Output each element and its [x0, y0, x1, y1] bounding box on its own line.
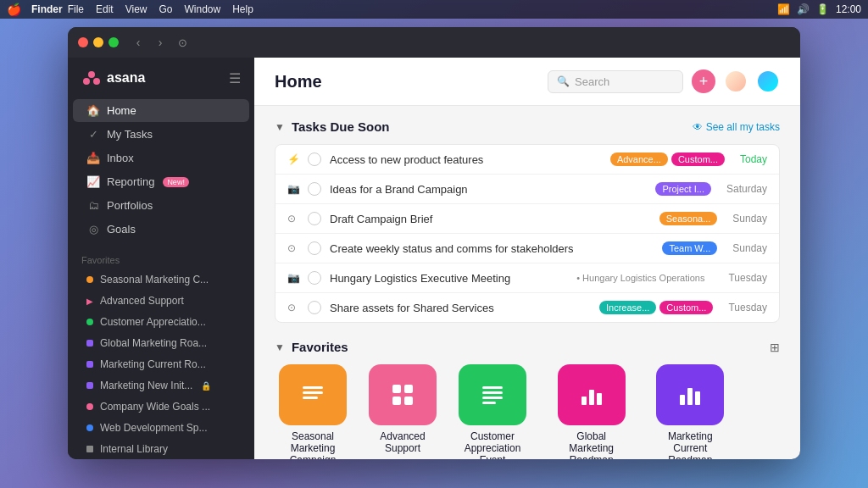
svg-rect-16 — [597, 393, 602, 405]
sidebar-nav: 🏠 Home ✓ My Tasks 📥 Inbox 📈 Reporting Ne… — [68, 95, 254, 245]
nav-arrows: ‹ › — [129, 33, 170, 52]
task-date: Tuesday — [728, 272, 767, 284]
fav-card-customer[interactable]: Customer Appreciation Event Sales — [454, 364, 531, 459]
mkt-new-icon — [86, 382, 93, 389]
asana-logo-text: asana — [107, 70, 145, 86]
fav-mkt-new[interactable]: Marketing New Init... 🔒 — [73, 375, 249, 396]
grid-view-icon[interactable]: ⊞ — [770, 341, 780, 354]
fav-card-advanced-icon — [369, 364, 437, 425]
fav-webdev[interactable]: Web Development Sp... — [73, 418, 249, 438]
sidebar-item-home-label: Home — [107, 104, 136, 117]
task-checkbox[interactable] — [308, 271, 321, 285]
tasks-toggle[interactable]: ▼ — [275, 121, 285, 133]
task-date: Sunday — [732, 242, 767, 254]
apple-menu[interactable]: 🍎 — [7, 3, 21, 16]
fav-card-advanced-support[interactable]: Advanced Support Sales — [364, 364, 441, 459]
tag: Advance... — [610, 152, 668, 166]
task-name: Create weekly status and comms for stake… — [330, 242, 654, 255]
fav-company[interactable]: Company Wide Goals ... — [73, 396, 249, 417]
forward-arrow[interactable]: › — [151, 33, 170, 52]
task-type-icon: 📷 — [287, 183, 299, 195]
task-type-icon: ⊙ — [287, 242, 299, 254]
fav-customer[interactable]: Customer Appreciatio... — [73, 312, 249, 332]
task-type-icon: ⚡ — [287, 153, 299, 165]
task-checkbox[interactable] — [308, 182, 321, 196]
task-checkbox[interactable] — [308, 301, 321, 314]
fav-toggle[interactable]: ▼ — [275, 341, 285, 353]
sidebar-item-goals-label: Goals — [107, 223, 136, 236]
svg-rect-10 — [482, 386, 503, 389]
content-body: ▼ Tasks Due Soon 👁 See all my tasks ⚡ A — [254, 106, 800, 459]
bar-chart-icon — [576, 380, 607, 410]
sidebar-item-inbox[interactable]: 📥 Inbox — [73, 147, 249, 169]
task-sub: • Hungary Logistics Operations — [576, 273, 704, 283]
sidebar-item-my-tasks-label: My Tasks — [107, 128, 153, 141]
tag: Project I... — [655, 182, 711, 196]
close-button[interactable] — [78, 37, 88, 47]
task-date: Tuesday — [728, 302, 767, 313]
portfolios-icon: 🗂 — [86, 199, 100, 212]
task-checkbox[interactable] — [308, 152, 321, 166]
fav-seasonal-label: Seasonal Marketing C... — [100, 274, 209, 286]
tasks-section: ▼ Tasks Due Soon 👁 See all my tasks ⚡ A — [275, 119, 780, 323]
svg-rect-3 — [303, 386, 323, 389]
task-name: Draft Campaign Brief — [330, 213, 651, 225]
reporting-badge: New! — [163, 177, 189, 187]
task-checkbox[interactable] — [308, 241, 321, 255]
search-icon: 🔍 — [557, 75, 570, 87]
fav-internal-library[interactable]: Internal Library — [73, 439, 249, 459]
fav-card-global-name: Global Marketing Roadmap — [554, 430, 630, 459]
fav-card-advanced-name: Advanced Support — [364, 430, 441, 454]
svg-rect-15 — [589, 390, 594, 405]
add-button[interactable]: + — [692, 69, 715, 93]
task-row: 📷 Hungary Logistics Executive Meeting • … — [275, 263, 779, 293]
app-name: Finder — [31, 3, 63, 15]
task-checkbox[interactable] — [308, 212, 321, 225]
see-all-tasks[interactable]: 👁 See all my tasks — [693, 121, 780, 133]
sidebar-item-my-tasks[interactable]: ✓ My Tasks — [73, 123, 249, 146]
svg-point-0 — [88, 71, 95, 78]
search-box[interactable]: 🔍 Search — [548, 70, 683, 93]
tag: Increase... — [599, 301, 656, 314]
sidebar-item-reporting-label: Reporting — [107, 175, 154, 188]
maximize-button[interactable] — [108, 37, 119, 47]
tasks-table: ⚡ Access to new product features Advance… — [275, 144, 780, 323]
sidebar-item-reporting[interactable]: 📈 Reporting New! — [73, 170, 249, 193]
menubar-right: 📶 🔊 🔋 12:00 — [777, 3, 861, 15]
sidebar-item-home[interactable]: 🏠 Home — [73, 99, 249, 122]
sidebar-header: asana ☰ — [68, 58, 254, 95]
mac-menubar: 🍎 Finder File Edit View Go Window Help 📶… — [0, 0, 868, 19]
bar-chart-2-icon — [675, 380, 705, 410]
fav-card-global[interactable]: Global Marketing Roadmap 1 project · 10 … — [544, 364, 638, 459]
sidebar-item-portfolios[interactable]: 🗂 Portfolios — [73, 194, 249, 217]
fav-card-mkt-current[interactable]: Marketing Current Roadmap 13 projects — [652, 364, 728, 459]
page-title: Home — [275, 72, 322, 92]
svg-rect-17 — [680, 395, 685, 405]
seasonal-dot — [86, 276, 93, 283]
sidebar-menu-button[interactable]: ☰ — [229, 70, 241, 86]
fav-customer-label: Customer Appreciatio... — [100, 316, 206, 328]
library-icon — [86, 446, 93, 452]
fav-webdev-label: Web Development Sp... — [100, 422, 208, 434]
svg-rect-5 — [303, 396, 318, 399]
fav-advanced-support[interactable]: ▶ Advanced Support — [73, 291, 249, 311]
task-row: ⊙ Create weekly status and comms for sta… — [275, 234, 779, 263]
fav-card-seasonal-icon — [279, 364, 347, 425]
fav-mkt-current[interactable]: Marketing Current Ro... — [73, 354, 249, 374]
fav-card-customer-icon — [459, 364, 526, 425]
task-date: Saturday — [726, 183, 767, 195]
fav-card-seasonal[interactable]: Seasonal Marketing Campaign Marketing NA — [275, 364, 351, 459]
sidebar-item-goals[interactable]: ◎ Goals — [73, 218, 249, 241]
task-name: Share assets for Shared Services — [330, 302, 591, 314]
task-tags: Advance... Custom... — [610, 152, 725, 166]
minimize-button[interactable] — [93, 37, 103, 47]
back-arrow[interactable]: ‹ — [129, 33, 147, 52]
svg-rect-13 — [482, 402, 496, 404]
history-button[interactable]: ⊙ — [173, 33, 192, 52]
favorites-section: ▼ Favorites ⊞ — [275, 340, 780, 459]
fav-company-label: Company Wide Goals ... — [100, 401, 210, 413]
fav-global-mkt[interactable]: Global Marketing Roa... — [73, 333, 249, 353]
reporting-icon: 📈 — [86, 175, 100, 188]
fav-seasonal[interactable]: Seasonal Marketing C... — [73, 269, 249, 290]
main-content: Home 🔍 Search + ▼ — [254, 58, 800, 459]
